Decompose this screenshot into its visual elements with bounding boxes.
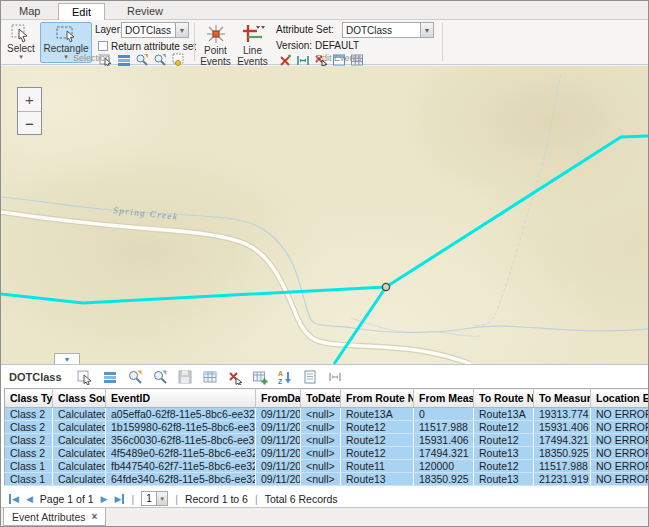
map-canvas[interactable]: Spring Creek + − ▼ [1, 66, 648, 364]
return-attribute-set-label: Return attribute set [111, 41, 196, 52]
zoom-out-button[interactable]: − [18, 111, 41, 134]
table-cell: fb447540-62f7-11e5-8bc6-ee32641d5ec9 [106, 460, 256, 473]
table-row[interactable]: Class 2Calculated4f5489e0-62f8-11e5-8bc6… [5, 447, 649, 460]
pager-separator: | [175, 493, 178, 505]
select-button[interactable]: Select ▾ [4, 22, 38, 63]
split-event-icon[interactable] [296, 53, 310, 67]
last-page-button[interactable]: ▶ [114, 494, 124, 504]
table-cell: 17494.321 [414, 447, 474, 460]
column-header-location-error[interactable]: Location Error [591, 389, 649, 408]
zoom-to-record-icon[interactable] [127, 369, 143, 385]
select-dropdown-caret-icon[interactable]: ▾ [19, 54, 23, 60]
column-header-eventid[interactable]: EventID [106, 389, 256, 408]
attribute-table-wrapper: Class TypeClass SourceEventIDFromDateToD… [4, 388, 649, 486]
tab-event-attributes[interactable]: Event Attributes × [3, 508, 106, 526]
event-attributes-panel: DOTClass AZ Class TypeClass SourceEventI… [1, 364, 648, 507]
attribute-set-dropdown[interactable]: DOTClass ▼ [342, 22, 434, 38]
table-cell: Class 2 [5, 447, 53, 460]
rectangle-dropdown-caret-icon[interactable]: ▾ [64, 54, 68, 60]
measure-record-icon[interactable] [327, 369, 343, 385]
table-cell: 64fde340-62f8-11e5-8bc6-ee32641d5ec9 [106, 473, 256, 486]
return-attribute-set-checkbox[interactable] [98, 41, 108, 51]
column-header-class-type[interactable]: Class Type [5, 389, 53, 408]
clear-selection-icon[interactable] [171, 53, 185, 67]
table-cell: Calculated [53, 460, 106, 473]
table-cell: Route12 [474, 460, 534, 473]
ribbon-body: Select ▾ Rectangle ▾ Layer: DOTClass ▼ R… [1, 20, 648, 65]
page-number-dropdown[interactable]: 1 ▼ [141, 491, 168, 506]
tab-edit[interactable]: Edit [58, 3, 105, 21]
attribute-panel-toolbar: DOTClass AZ [1, 365, 648, 388]
table-cell: Route13 [474, 473, 534, 486]
sort-records-icon[interactable]: AZ [277, 369, 293, 385]
column-header-to-measure[interactable]: To Measure [534, 389, 591, 408]
table-cell: Route13A [341, 408, 414, 421]
first-page-button[interactable]: ◀ [9, 494, 19, 504]
route-junction-marker[interactable] [382, 283, 389, 290]
attribute-set-dropdown-arrow-icon[interactable]: ▼ [420, 23, 433, 37]
next-page-button[interactable]: ▶ [101, 494, 108, 504]
table-cell: Calculated [53, 447, 106, 460]
total-records-label: Total 6 Records [265, 493, 338, 505]
table-cell: Calculated [53, 408, 106, 421]
version-label: Version: DEFAULT [276, 40, 359, 51]
table-row[interactable]: Class 2Calculated356c0030-62f8-11e5-8bc6… [5, 434, 649, 447]
route-event-line-south[interactable] [334, 287, 386, 364]
table-cell: NO ERROR [591, 408, 649, 421]
table-cell: NO ERROR [591, 434, 649, 447]
pan-to-record-icon[interactable] [152, 369, 168, 385]
column-header-todate[interactable]: ToDate [301, 389, 341, 408]
layer-dropdown-arrow-icon[interactable]: ▼ [175, 23, 188, 37]
line-events-button[interactable]: LineEvents [235, 22, 270, 63]
zoom-in-button[interactable]: + [18, 88, 41, 111]
road-line [1, 212, 471, 364]
table-row[interactable]: Class 2Calculateda05effa0-62f8-11e5-8bc6… [5, 408, 649, 421]
layer-dropdown[interactable]: DOTClass ▼ [121, 22, 189, 38]
pan-to-selection-icon[interactable] [153, 53, 167, 67]
column-header-fromdate[interactable]: FromDate [256, 389, 301, 408]
route-event-line-northeast[interactable] [386, 136, 648, 287]
ribbon: Map Edit Review Select ▾ Rectangle ▾ Lay… [1, 1, 648, 66]
table-cell: <null> [301, 434, 341, 447]
column-header-from-measure[interactable]: From Measure [414, 389, 474, 408]
route-event-line-west[interactable] [1, 287, 386, 303]
line-events-icon [241, 23, 265, 45]
edit-events-group-label: Edit Events [316, 53, 362, 63]
column-header-class-source[interactable]: Class Source [53, 389, 106, 408]
table-row[interactable]: Class 1Calculated64fde340-62f8-11e5-8bc6… [5, 473, 649, 486]
delete-record-icon[interactable] [227, 369, 243, 385]
records-list-icon[interactable] [102, 369, 118, 385]
table-cell: <null> [301, 473, 341, 486]
table-cell: 09/11/2015 [256, 421, 301, 434]
point-events-button[interactable]: PointEvents [198, 22, 233, 63]
tab-map[interactable]: Map [6, 3, 53, 20]
tab-review[interactable]: Review [114, 3, 176, 20]
table-row[interactable]: Class 1Calculatedfb447540-62f7-11e5-8bc6… [5, 460, 649, 473]
table-cell: 11517.988 [414, 421, 474, 434]
table-cell: <null> [301, 408, 341, 421]
selection-list-icon[interactable] [117, 53, 131, 67]
close-tab-icon[interactable]: × [92, 511, 98, 522]
record-report-icon[interactable] [302, 369, 318, 385]
table-cell: 17494.321 [534, 434, 591, 447]
column-header-from-route-name[interactable]: From Route Name [341, 389, 414, 408]
previous-page-button[interactable]: ◀ [26, 494, 33, 504]
record-pager: ◀ ◀ Page 1 of 1 ▶ ▶ | 1 ▼ | Record 1 to … [9, 490, 648, 507]
table-cell: 09/11/2015 [256, 447, 301, 460]
panel-layer-title: DOTClass [9, 371, 62, 383]
map-features: Spring Creek [1, 66, 648, 364]
delete-event-icon[interactable] [278, 53, 292, 67]
line-events-label: LineEvents [237, 45, 268, 67]
creek-line-3 [351, 318, 481, 336]
map-zoom-control: + − [17, 87, 42, 135]
zoom-to-selection-icon[interactable] [135, 53, 149, 67]
save-edits-icon[interactable] [177, 369, 193, 385]
panel-collapse-tab[interactable]: ▼ [54, 353, 80, 364]
table-row[interactable]: Class 2Calculated1b159980-62f8-11e5-8bc6… [5, 421, 649, 434]
table-cell: Class 2 [5, 408, 53, 421]
select-records-icon[interactable] [77, 369, 93, 385]
attribute-table-icon[interactable] [202, 369, 218, 385]
add-record-icon[interactable] [252, 369, 268, 385]
column-header-to-route-name[interactable]: To Route Name [474, 389, 534, 408]
page-number-dropdown-arrow-icon[interactable]: ▼ [156, 492, 167, 505]
